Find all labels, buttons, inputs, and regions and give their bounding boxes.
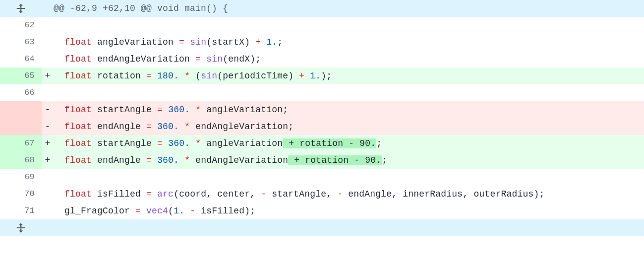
code-token: startAngle — [97, 105, 152, 115]
code-token — [163, 138, 168, 148]
old-line-number[interactable] — [0, 17, 21, 34]
code-token — [190, 155, 195, 165]
unfold-icon — [15, 222, 26, 233]
code-token: * — [195, 138, 201, 148]
code-cell[interactable]: float startAngle = 360. * angleVariation… — [54, 135, 644, 152]
hunk-header-row: @@ -62,9 +62,10 @@ void main() { — [0, 0, 644, 17]
code-token: angleVariation — [97, 37, 174, 47]
code-token — [54, 155, 64, 165]
code-token: 360. — [168, 138, 190, 148]
diff-line: 68+ float endAngle = 360. * endAngleVari… — [0, 152, 644, 169]
code-cell[interactable]: float rotation = 180. * (sin(periodicTim… — [54, 68, 644, 84]
diff-sign: + — [42, 152, 54, 169]
new-line-number[interactable]: 68 — [21, 152, 42, 169]
old-line-number[interactable] — [0, 203, 21, 219]
code-cell[interactable]: float isFilled = arc(coord, center, - st… — [54, 186, 644, 203]
old-line-number[interactable] — [0, 152, 21, 169]
code-cell[interactable]: float endAngle = 360. * endAngleVariatio… — [54, 118, 644, 135]
expand-down-cell[interactable] — [0, 219, 42, 236]
code-token: = — [157, 138, 163, 148]
new-line-number[interactable]: 63 — [21, 34, 42, 51]
new-line-number[interactable]: 71 — [21, 203, 42, 219]
code-token — [190, 54, 195, 64]
old-line-number[interactable] — [0, 118, 21, 135]
code-token: - — [261, 189, 266, 199]
code-token — [92, 189, 97, 199]
code-token — [179, 155, 184, 165]
code-token — [141, 206, 146, 216]
code-token — [184, 37, 190, 47]
code-token — [152, 71, 157, 81]
code-token: * — [184, 122, 190, 132]
diff-line: 70 float isFilled = arc(coord, center, -… — [0, 186, 644, 203]
diff-sign — [42, 169, 54, 186]
new-line-number[interactable]: 69 — [21, 169, 42, 186]
code-cell[interactable]: float endAngleVariation = sin(endX); — [54, 51, 644, 68]
code-cell[interactable] — [54, 17, 644, 34]
old-line-number[interactable] — [0, 84, 21, 101]
code-token: arc — [157, 189, 174, 199]
code-token: = — [146, 189, 152, 199]
diff-line: 71 gl_FragColor = vec4(1. - isFilled); — [0, 203, 644, 219]
code-token — [152, 122, 157, 132]
code-token: coord — [179, 189, 206, 199]
code-token — [190, 138, 195, 148]
expand-placeholder — [54, 219, 644, 236]
code-token: periodicTime — [223, 71, 288, 81]
old-line-number[interactable] — [0, 135, 21, 152]
code-token: , — [326, 189, 337, 199]
code-token: endX — [228, 54, 250, 64]
diff-line: 67+ float startAngle = 360. * angleVaria… — [0, 135, 644, 152]
code-token: float — [64, 122, 92, 132]
code-token — [152, 105, 157, 115]
old-line-number[interactable] — [0, 169, 21, 186]
code-token — [152, 189, 157, 199]
code-token: float — [64, 155, 92, 165]
code-token: sin — [206, 54, 223, 64]
code-token: * — [184, 155, 190, 165]
code-token: 1. — [266, 37, 277, 47]
code-token — [54, 54, 64, 64]
old-line-number[interactable] — [0, 101, 21, 118]
old-line-number[interactable] — [0, 51, 21, 68]
code-token: endAngleVariation — [97, 54, 190, 64]
diff-line: - float startAngle = 360. * angleVariati… — [0, 101, 644, 118]
code-token: 1. — [174, 206, 184, 216]
code-token — [266, 189, 272, 199]
expand-up-cell[interactable] — [0, 0, 42, 17]
code-token: = — [135, 206, 141, 216]
code-token — [261, 37, 266, 47]
diff-line: 65+ float rotation = 180. * (sin(periodi… — [0, 68, 644, 84]
code-token: ; — [382, 155, 387, 165]
code-token: outerRadius — [473, 189, 533, 199]
old-line-number[interactable] — [0, 68, 21, 84]
code-cell[interactable]: float startAngle = 360. * angleVariation… — [54, 101, 644, 118]
new-line-number[interactable]: 64 — [21, 51, 42, 68]
code-token — [179, 122, 184, 132]
new-line-number[interactable]: 70 — [21, 186, 42, 203]
code-token — [54, 206, 64, 216]
code-token: float — [64, 71, 92, 81]
new-line-number[interactable] — [21, 101, 42, 118]
code-token — [250, 37, 255, 47]
new-line-number[interactable]: 65 — [21, 68, 42, 84]
code-token — [304, 71, 310, 81]
code-cell[interactable] — [54, 169, 644, 186]
code-token: endAngleVariation — [195, 155, 288, 165]
code-cell[interactable] — [54, 84, 644, 101]
code-token: isFilled — [97, 189, 141, 199]
code-cell[interactable]: float endAngle = 360. * endAngleVariatio… — [54, 152, 644, 169]
new-line-number[interactable]: 67 — [21, 135, 42, 152]
code-token: ) — [244, 37, 250, 47]
new-line-number[interactable]: 62 — [21, 17, 42, 34]
code-cell[interactable]: float angleVariation = sin(startX) + 1.; — [54, 34, 644, 51]
old-line-number[interactable] — [0, 34, 21, 51]
diff-sign: + — [42, 135, 54, 152]
new-line-number[interactable]: 66 — [21, 84, 42, 101]
unfold-icon — [15, 3, 26, 14]
code-token: startAngle — [272, 189, 326, 199]
code-token: * — [184, 71, 190, 81]
old-line-number[interactable] — [0, 186, 21, 203]
code-cell[interactable]: gl_FragColor = vec4(1. - isFilled); — [54, 203, 644, 219]
new-line-number[interactable] — [21, 118, 42, 135]
